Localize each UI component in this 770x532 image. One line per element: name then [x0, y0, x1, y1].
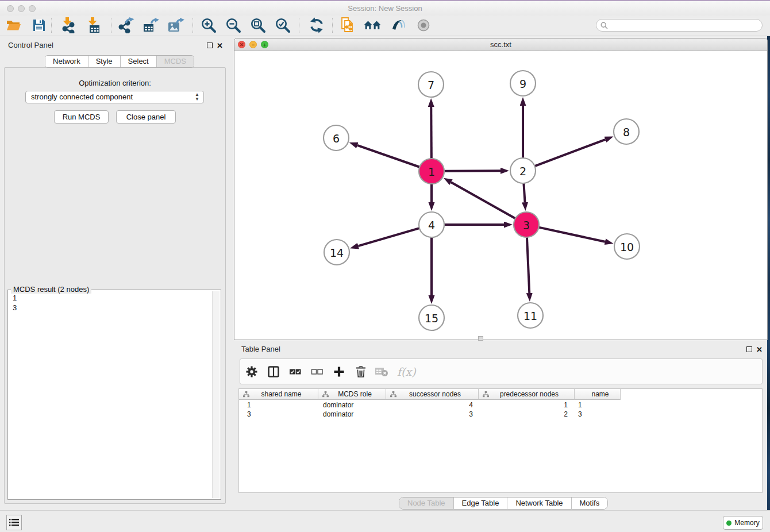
toolbar-separator — [332, 18, 333, 33]
tab-mcds[interactable]: MCDS — [157, 56, 194, 67]
column-header-successor-nodes[interactable]: successor nodes — [386, 389, 479, 400]
function-builder-icon: f(x) — [397, 364, 416, 380]
close-panel-button[interactable]: Close panel — [116, 110, 176, 124]
column-header-predecessor-nodes[interactable]: predecessor nodes — [479, 389, 575, 400]
tab-style[interactable]: Style — [88, 56, 121, 67]
edge-1-7[interactable] — [431, 107, 432, 159]
network-zoom-button[interactable]: ＋ — [261, 41, 268, 48]
unselect-all-icon[interactable] — [310, 364, 324, 380]
edge-3-11[interactable] — [527, 237, 529, 293]
node-label-10: 10 — [620, 241, 634, 253]
window-close-button[interactable] — [7, 5, 14, 12]
import-network-icon[interactable] — [60, 17, 78, 33]
network-window-title: scc.txt — [234, 38, 767, 51]
first-neighbors-icon[interactable] — [364, 17, 381, 33]
toolbar-separator — [299, 18, 299, 33]
column-header-MCDS-role[interactable]: MCDS role — [318, 389, 386, 400]
zoom-selected-icon[interactable] — [274, 17, 291, 33]
export-table-icon[interactable] — [142, 17, 159, 33]
network-graph[interactable]: 7968124314101511 — [234, 51, 767, 340]
import-table-icon[interactable] — [86, 17, 103, 33]
edge-2-8[interactable] — [535, 140, 606, 166]
show-graphics-details-icon[interactable] — [390, 17, 407, 33]
zoom-fit-icon[interactable] — [249, 17, 267, 33]
cell: 4 — [386, 400, 479, 410]
result-scrollbar[interactable] — [212, 291, 220, 498]
mcds-result-title: MCDS result (2 nodes) — [11, 285, 91, 294]
disabled-eye-icon — [415, 17, 432, 33]
control-panel-float-icon[interactable] — [207, 43, 213, 48]
table-panel-close-icon[interactable]: ✕ — [756, 346, 763, 353]
tab-node-table[interactable]: Node Table — [399, 498, 454, 509]
node-table: shared nameMCDS rolesuccessor nodesprede… — [238, 388, 763, 493]
graph-edges — [357, 106, 606, 295]
edge-3-1[interactable] — [451, 182, 515, 218]
add-column-icon[interactable] — [333, 364, 345, 380]
column-type-icon — [483, 391, 489, 398]
tab-select[interactable]: Select — [121, 56, 157, 67]
column-header-name[interactable]: name — [575, 389, 621, 400]
table-panel-title: Table Panel — [241, 345, 280, 353]
node-label-6: 6 — [333, 132, 340, 145]
criterion-dropdown[interactable]: strongly connected component ▲▼ — [25, 91, 204, 103]
select-all-icon[interactable] — [288, 364, 302, 380]
edge-4-14[interactable] — [358, 228, 419, 246]
column-browser-icon[interactable] — [267, 364, 280, 380]
window-titlebar: Session: New Session — [0, 0, 770, 16]
window-zoom-button[interactable] — [29, 5, 36, 12]
network-window-titlebar: ✕ − ＋ scc.txt — [234, 38, 767, 51]
node-label-4: 4 — [428, 219, 435, 232]
column-header-shared-name[interactable]: shared name — [239, 389, 318, 400]
memory-label: Memory — [734, 519, 759, 527]
tab-network[interactable]: Network — [45, 56, 88, 67]
open-session-icon[interactable] — [5, 17, 22, 33]
edge-1-6[interactable] — [357, 145, 419, 167]
memory-button[interactable]: Memory — [723, 516, 763, 530]
run-mcds-button[interactable]: Run MCDS — [54, 110, 109, 124]
search-icon — [600, 22, 608, 29]
tab-network-table[interactable]: Network Table — [507, 498, 571, 509]
node-label-14: 14 — [330, 246, 344, 259]
tab-edge-table[interactable]: Edge Table — [454, 498, 508, 509]
delete-column-icon[interactable] — [355, 364, 367, 380]
splitter-handle[interactable] — [478, 336, 483, 341]
status-bar: Memory — [0, 510, 770, 532]
main-toolbar — [0, 16, 770, 36]
table-panel-float-icon[interactable] — [746, 346, 752, 352]
zoom-out-icon[interactable] — [225, 17, 242, 33]
zoom-in-icon[interactable] — [200, 17, 217, 33]
refresh-icon[interactable] — [308, 17, 325, 33]
save-session-icon[interactable] — [30, 17, 48, 33]
table-settings-gear-icon[interactable] — [246, 364, 257, 380]
control-panel-close-icon[interactable]: ✕ — [217, 43, 223, 49]
cell: 1 — [575, 400, 621, 410]
export-image-icon[interactable] — [167, 17, 184, 33]
column-label: successor nodes — [403, 390, 461, 398]
window-minimize-button[interactable] — [18, 5, 25, 12]
tab-motifs[interactable]: Motifs — [572, 498, 608, 509]
memory-status-dot — [726, 521, 732, 526]
column-label: name — [586, 390, 609, 398]
network-minimize-button[interactable]: − — [249, 41, 257, 48]
edge-2-3[interactable] — [523, 183, 525, 202]
edge-3-10[interactable] — [538, 228, 605, 242]
column-type-icon — [322, 391, 329, 398]
search-input[interactable] — [596, 19, 763, 32]
node-label-15: 15 — [425, 312, 438, 325]
table-row-3[interactable]: 3dominator323 — [239, 410, 621, 419]
mcds-result-box: 1 3 — [7, 290, 221, 500]
table-row-1[interactable]: 1dominator411 — [239, 400, 621, 410]
network-close-button[interactable]: ✕ — [238, 41, 245, 48]
toolbar-separator — [192, 18, 193, 33]
list-icon — [9, 518, 19, 527]
new-network-from-file-icon[interactable] — [340, 17, 357, 33]
export-network-icon[interactable] — [118, 17, 135, 33]
edge-1-2[interactable] — [444, 171, 500, 171]
column-label: MCDS role — [332, 390, 372, 398]
cell: 3 — [575, 410, 621, 419]
toolbar-separator — [111, 18, 111, 33]
table-panel-tabs: Node Table Edge Table Network Table Moti… — [399, 497, 608, 510]
task-history-button[interactable] — [6, 515, 22, 530]
table-header: shared nameMCDS rolesuccessor nodesprede… — [239, 389, 621, 400]
delete-table-icon-disabled — [374, 364, 389, 380]
